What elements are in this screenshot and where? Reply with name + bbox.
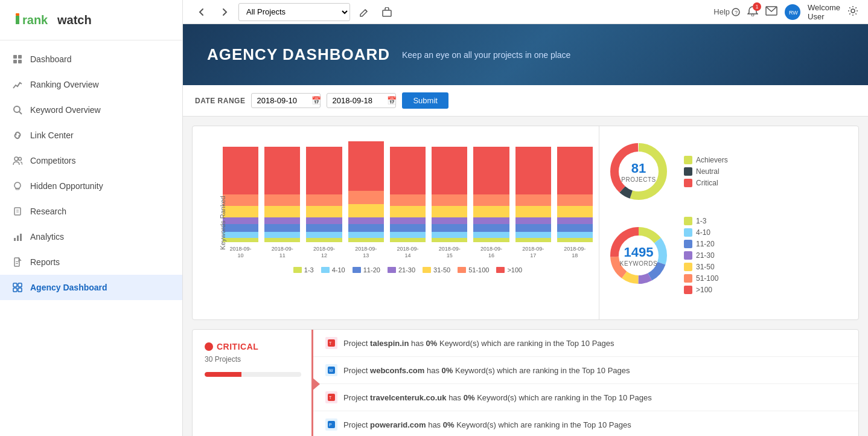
svg-rect-25 — [18, 288, 22, 292]
bar-segment — [432, 224, 467, 232]
bar-segment — [223, 238, 258, 243]
hero-subtitle: Keep an eye on all your projects in one … — [402, 50, 570, 60]
critical-progress-bar — [205, 372, 301, 377]
link-icon — [12, 130, 23, 141]
legend-achievers: Achievers — [684, 156, 728, 164]
legend-100plus: >100 — [684, 286, 718, 294]
bar-group-6: 2018-09-16 — [473, 127, 509, 259]
calendar-from-icon[interactable]: 📅 — [311, 96, 321, 105]
bar-segment — [390, 194, 426, 206]
logo-svg: rank watch — [12, 8, 115, 30]
date-range-bar: DATE RANGE 📅 📅 Submit — [183, 85, 868, 117]
notification-button[interactable]: 1 — [747, 5, 758, 19]
sidebar-item-link-center[interactable]: Link Center — [0, 123, 182, 148]
svg-line-26 — [365, 10, 367, 11]
row-4-text: Project powerarid.com has 0% Keyword(s) … — [343, 420, 631, 429]
bar-segment — [306, 224, 342, 232]
sidebar-item-ranking-overview[interactable]: Ranking Overview — [0, 72, 182, 97]
mail-button[interactable] — [765, 6, 777, 18]
bar-segment — [264, 206, 300, 217]
projects-donut-row: 81 PROJECTS Achievers Neutral — [605, 138, 852, 205]
bar-x-label: 2018-09-14 — [397, 246, 418, 259]
bar-segment — [223, 194, 258, 206]
legend-51-100: 51-100 — [684, 274, 718, 283]
critical-section: CRITICAL 30 Projects T Project talespin.… — [192, 329, 859, 436]
project-icon-3: T — [325, 391, 337, 403]
date-to-container: 📅 — [327, 93, 396, 108]
main-area: All Projects Help ? 1 RW Welcome — [183, 0, 868, 436]
kw-1-3-label: 1-3 — [696, 217, 706, 225]
sidebar-item-keyword-overview[interactable]: Keyword Overview — [0, 97, 182, 123]
sidebar-item-analytics[interactable]: Analytics — [0, 224, 182, 249]
bar-segment — [473, 194, 509, 206]
topbar-right: Help ? 1 RW Welcome User — [713, 3, 858, 21]
svg-line-9 — [19, 112, 22, 114]
kw-4-10-label: 4-10 — [696, 228, 710, 237]
kw-51-100-color — [684, 274, 692, 283]
svg-rect-1 — [16, 16, 19, 24]
settings-button[interactable] — [847, 5, 858, 19]
legend-label: 1-3 — [304, 266, 314, 274]
share-button[interactable] — [378, 3, 396, 21]
bar-x-label: 2018-09-17 — [522, 246, 544, 259]
date-range-label: DATE RANGE — [195, 97, 245, 105]
bar-segment — [473, 217, 509, 224]
help-button[interactable]: Help ? — [713, 7, 740, 16]
sidebar: rank watch Dashboard Ranking Overview Ke… — [0, 0, 183, 436]
sidebar-item-reports[interactable]: Reports — [0, 249, 182, 275]
date-from-input[interactable] — [257, 96, 308, 105]
table-row: T Project travelcenteruk.co.uk has 0% Ke… — [313, 384, 858, 411]
bar-segment — [515, 147, 551, 194]
grid-icon — [12, 54, 23, 65]
neutral-color — [684, 167, 692, 176]
bar-segment — [557, 238, 593, 243]
svg-text:W: W — [329, 368, 333, 373]
legend-item: 21-30 — [388, 266, 415, 274]
bar-group-0: 2018-09-10 — [223, 127, 258, 259]
sidebar-item-research[interactable]: Research — [0, 199, 182, 224]
sidebar-item-agency-dashboard[interactable]: Agency Dashboard — [0, 275, 182, 300]
chart-legend: 1-34-1011-2021-3031-5051-100>100 — [205, 266, 593, 274]
svg-rect-27 — [383, 10, 391, 16]
neutral-label: Neutral — [696, 167, 720, 176]
row-1-text: Project talespin.in has 0% Keyword(s) wh… — [343, 339, 614, 348]
bar-segment — [432, 238, 467, 243]
date-to-input[interactable] — [332, 96, 383, 105]
sidebar-item-competitors[interactable]: Competitors — [0, 148, 182, 173]
document-icon — [12, 257, 23, 268]
legend-label: 31-50 — [433, 266, 450, 274]
submit-button[interactable]: Submit — [402, 92, 448, 109]
search-icon — [12, 104, 23, 115]
table-row: W Project webconfs.com has 0% Keyword(s)… — [313, 357, 858, 384]
hero-title: AGENCY DASHBOARD — [207, 45, 390, 64]
bar-chart: 2018-09-102018-09-112018-09-122018-09-13… — [205, 138, 593, 259]
sidebar-item-hidden-opportunity[interactable]: Hidden Opportunity — [0, 173, 182, 199]
legend-31-50: 31-50 — [684, 263, 718, 271]
bar-segment — [557, 217, 593, 224]
bar-segment — [348, 141, 384, 191]
kw-11-20-label: 11-20 — [696, 240, 715, 248]
bar-x-label: 2018-09-12 — [313, 246, 335, 259]
calendar-to-icon[interactable]: 📅 — [387, 96, 397, 105]
user-avatar: RW — [785, 4, 800, 20]
chart-line-icon — [12, 79, 23, 90]
book-icon — [12, 206, 23, 217]
project-icon-1: T — [325, 337, 337, 349]
row-2-text: Project webconfs.com has 0% Keyword(s) w… — [343, 366, 630, 375]
legend-label: 4-10 — [332, 266, 345, 274]
legend-item: 4-10 — [321, 266, 345, 274]
bar-x-label: 2018-09-16 — [480, 246, 502, 259]
sidebar-item-dashboard[interactable]: Dashboard — [0, 46, 182, 72]
critical-label: Critical — [696, 179, 718, 187]
keywords-donut-legend: 1-3 4-10 11-20 21-30 — [684, 217, 718, 294]
welcome-text: Welcome User — [808, 3, 840, 21]
forward-button[interactable] — [215, 3, 234, 21]
sidebar-item-label: Keyword Overview — [30, 105, 101, 115]
edit-button[interactable] — [355, 3, 373, 21]
kw-21-30-label: 21-30 — [696, 251, 715, 260]
bar-segment — [390, 217, 426, 224]
legend-item: 31-50 — [423, 266, 450, 274]
back-button[interactable] — [193, 3, 211, 21]
project-selector[interactable]: All Projects — [238, 3, 350, 21]
kw-11-20-color — [684, 240, 692, 248]
